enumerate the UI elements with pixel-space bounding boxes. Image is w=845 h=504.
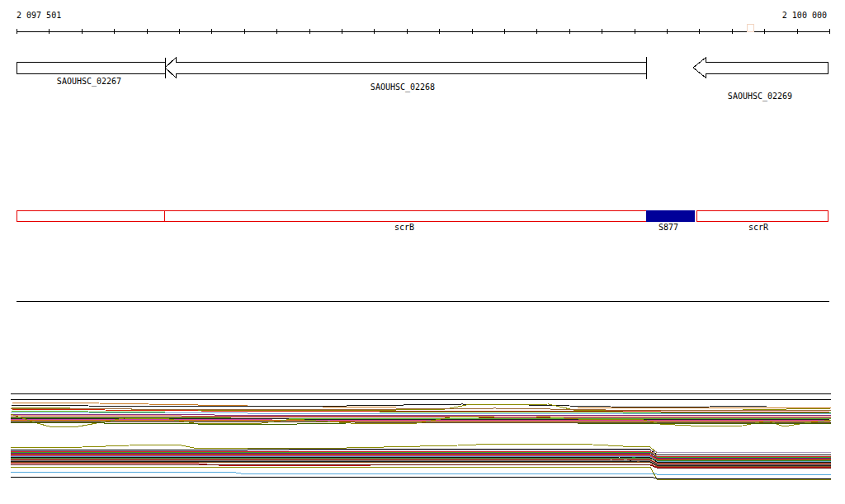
plot-series-line: [11, 403, 831, 408]
plot-series-line: [11, 404, 831, 407]
genome-browser-window: 2 097 501 2 100 000 SAOUHSC_02267 SAOUHS…: [0, 0, 845, 504]
feature-label-scrr: scrR: [748, 223, 768, 233]
feature-box-outline[interactable]: [696, 210, 828, 221]
plot-series-line: [11, 472, 831, 474]
ruler-end-coordinate: 2 100 000: [782, 11, 827, 21]
feature-box-filled[interactable]: [646, 210, 694, 221]
genome-view-canvas: [0, 0, 845, 504]
plot-series-line: [11, 412, 831, 414]
ruler-selection-cursor: [747, 24, 753, 31]
gene-feature-box[interactable]: [17, 62, 165, 73]
feature-box-outline[interactable]: [17, 210, 164, 221]
ruler-start-coordinate: 2 097 501: [17, 11, 61, 21]
gene-label-saouhsc-02268: SAOUHSC_02268: [371, 82, 435, 92]
gene-label-saouhsc-02267: SAOUHSC_02267: [57, 77, 121, 87]
gene-feature-arrow[interactable]: [693, 58, 828, 78]
feature-label-s877: S877: [659, 223, 678, 233]
gene-label-saouhsc-02269: SAOUHSC_02269: [728, 92, 792, 101]
feature-label-scrb: scrB: [394, 223, 414, 233]
gene-feature-arrow[interactable]: [165, 58, 646, 78]
feature-box-outline[interactable]: [164, 210, 646, 221]
plot-series-line: [11, 477, 831, 478]
